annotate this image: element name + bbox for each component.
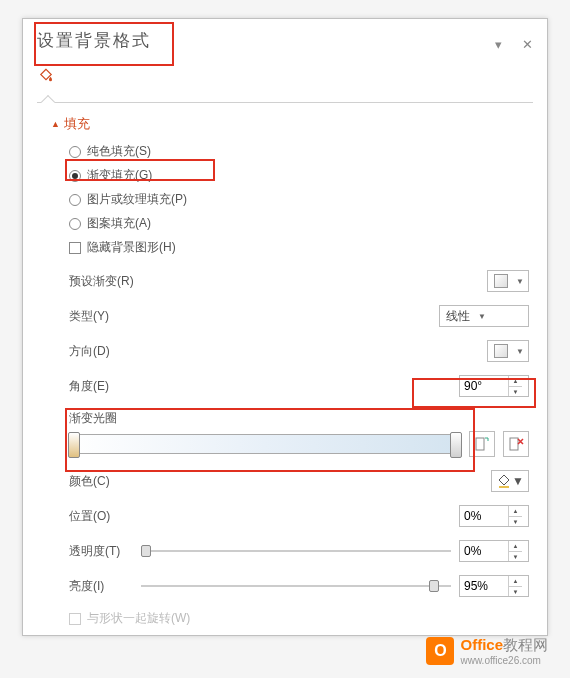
chevron-down-icon: ▼ (514, 347, 526, 356)
radio-solid-fill[interactable]: 纯色填充(S) (69, 143, 529, 160)
watermark-brand-suffix: 教程网 (503, 636, 548, 653)
brightness-input[interactable] (460, 579, 508, 593)
fill-section-header[interactable]: ▲ 填充 (51, 115, 529, 133)
collapse-triangle-icon: ▲ (51, 119, 60, 129)
watermark-brand: Office (460, 636, 503, 653)
spin-up-icon[interactable]: ▲ (509, 541, 522, 552)
panel-header: 设置背景格式 ▾ ✕ (23, 19, 547, 63)
angle-spinner[interactable]: ▲ ▼ (459, 375, 529, 397)
checkbox-hide-shapes[interactable]: 隐藏背景图形(H) (69, 239, 529, 256)
transparency-input[interactable] (460, 544, 508, 558)
type-dropdown[interactable]: 线性 ▼ (439, 305, 529, 327)
chevron-down-icon: ▼ (476, 312, 488, 321)
svg-rect-2 (499, 486, 509, 488)
direction-label: 方向(D) (69, 343, 110, 360)
brightness-spinner[interactable]: ▲▼ (459, 575, 529, 597)
dropdown-caret-icon[interactable]: ▾ (495, 37, 502, 52)
section-title: 填充 (64, 115, 90, 133)
brightness-slider[interactable] (141, 579, 451, 593)
gradient-stop-handle[interactable] (450, 432, 462, 458)
color-bucket-icon (496, 473, 512, 489)
panel-title: 设置背景格式 (37, 31, 151, 50)
brightness-label: 亮度(I) (69, 578, 141, 595)
transparency-slider[interactable] (141, 544, 451, 558)
transparency-spinner[interactable]: ▲▼ (459, 540, 529, 562)
radio-gradient-fill[interactable]: 渐变填充(G) (69, 167, 529, 184)
spin-up-icon[interactable]: ▲ (509, 576, 522, 587)
color-label: 颜色(C) (69, 473, 110, 490)
tab-bar (23, 63, 547, 96)
rotate-with-shape-checkbox: 与形状一起旋转(W) (69, 610, 529, 627)
gradient-stop-handle[interactable] (68, 432, 80, 458)
fill-bucket-icon[interactable] (37, 67, 55, 85)
spin-down-icon[interactable]: ▼ (509, 387, 522, 397)
watermark: O Office教程网 www.office26.com (426, 636, 548, 666)
radio-pattern-fill[interactable]: 图案填充(A) (69, 215, 529, 232)
type-label: 类型(Y) (69, 308, 109, 325)
preset-gradient-dropdown[interactable]: ▼ (487, 270, 529, 292)
spin-up-icon[interactable]: ▲ (509, 376, 522, 387)
chevron-down-icon: ▼ (512, 474, 524, 488)
svg-rect-0 (476, 438, 484, 450)
spin-down-icon[interactable]: ▼ (509, 587, 522, 597)
angle-label: 角度(E) (69, 378, 109, 395)
format-background-panel: 设置背景格式 ▾ ✕ ▲ 填充 纯色填充(S) 渐变填充(G) (22, 18, 548, 636)
position-spinner[interactable]: ▲▼ (459, 505, 529, 527)
add-stop-button[interactable] (469, 431, 495, 457)
close-icon[interactable]: ✕ (522, 37, 533, 52)
chevron-down-icon: ▼ (514, 277, 526, 286)
angle-input[interactable] (460, 379, 508, 393)
svg-rect-1 (510, 438, 518, 450)
preset-gradient-label: 预设渐变(R) (69, 273, 134, 290)
direction-dropdown[interactable]: ▼ (487, 340, 529, 362)
position-input[interactable] (460, 509, 508, 523)
gradient-stops-bar[interactable] (69, 434, 461, 454)
transparency-label: 透明度(T) (69, 543, 141, 560)
swatch-icon (494, 344, 508, 358)
remove-stop-button[interactable] (503, 431, 529, 457)
color-dropdown[interactable]: ▼ (491, 470, 529, 492)
watermark-logo-icon: O (426, 637, 454, 665)
spin-down-icon[interactable]: ▼ (509, 517, 522, 527)
gradient-stops-label: 渐变光圈 (69, 410, 529, 427)
spin-up-icon[interactable]: ▲ (509, 506, 522, 517)
swatch-icon (494, 274, 508, 288)
radio-picture-fill[interactable]: 图片或纹理填充(P) (69, 191, 529, 208)
spin-down-icon[interactable]: ▼ (509, 552, 522, 562)
position-label: 位置(O) (69, 508, 141, 525)
watermark-url: www.office26.com (460, 655, 548, 666)
